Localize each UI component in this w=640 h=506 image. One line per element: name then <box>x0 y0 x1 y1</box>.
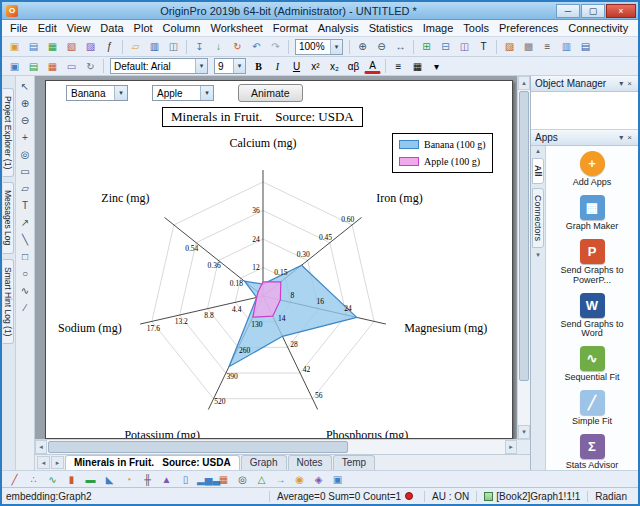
format-painter-button[interactable]: ↻ <box>82 59 99 74</box>
pointer-tool[interactable]: ↖ <box>17 78 34 94</box>
zoom-in-button[interactable]: ⊕ <box>354 39 371 54</box>
area-plot-button[interactable]: ◣ <box>101 472 118 487</box>
rectangle-tool[interactable]: □ <box>17 248 34 264</box>
add-text-button[interactable]: T <box>475 39 492 54</box>
menu-window[interactable]: Window <box>633 21 640 35</box>
open-button[interactable]: ▱ <box>127 39 144 54</box>
object-manager-toggle-button[interactable]: ▤ <box>577 39 594 54</box>
close-button[interactable]: × <box>606 4 636 18</box>
animate-button[interactable]: Animate <box>238 84 303 102</box>
print-button[interactable]: ◫ <box>165 39 182 54</box>
graph-page[interactable]: Banana ▾ Apple ▾ Animate Minerals in Fru… <box>45 80 513 439</box>
scatter-plot-button[interactable]: ∴ <box>25 472 42 487</box>
scroll-down-icon[interactable]: ▾ <box>518 425 530 439</box>
recalculate-button[interactable]: ↻ <box>229 39 246 54</box>
sidebar-tab-project-explorer-1[interactable]: Project Explorer (1) <box>3 88 14 177</box>
new-matrix-button[interactable]: ▨ <box>82 39 99 54</box>
menu-statistics[interactable]: Statistics <box>364 21 418 35</box>
font-name-select[interactable]: Default: Arial ▾ <box>110 58 208 74</box>
app-add-apps[interactable]: +Add Apps <box>546 151 638 188</box>
insert-table-button[interactable]: ▦ <box>409 59 426 74</box>
ternary-plot-button[interactable]: △ <box>253 472 270 487</box>
font-color-button[interactable]: A <box>364 59 381 74</box>
menu-view[interactable]: View <box>62 21 96 35</box>
import-excel-button[interactable]: ↓ <box>210 39 227 54</box>
font-size-select[interactable]: 9 ▾ <box>214 58 246 74</box>
menu-file[interactable]: File <box>5 21 33 35</box>
template-library-button[interactable]: ▣ <box>6 59 23 74</box>
zoom-out-tool[interactable]: ⊖ <box>17 112 34 128</box>
apps-tab-connectors[interactable]: Connectors <box>532 188 544 248</box>
doc-tab-notes[interactable]: Notes <box>288 455 332 470</box>
zoom-out-button[interactable]: ⊖ <box>373 39 390 54</box>
menu-image[interactable]: Image <box>418 21 459 35</box>
import-wizard-button[interactable]: ↧ <box>191 39 208 54</box>
vertical-scrollbar[interactable]: ▴ ▾ <box>517 76 530 439</box>
histogram-plot-button[interactable]: ▂▅▃ <box>196 472 213 487</box>
heatmap-plot-button[interactable]: ▦ <box>215 472 232 487</box>
zoom-in-tool[interactable]: ⊕ <box>17 95 34 111</box>
duplicate-window-button[interactable]: ◫ <box>456 39 473 54</box>
contour-plot-button[interactable]: ◉ <box>291 472 308 487</box>
minimize-button[interactable]: ─ <box>556 4 580 18</box>
scroll-right-icon[interactable]: ▸ <box>505 440 517 454</box>
object-manager-body[interactable] <box>531 92 638 130</box>
chevron-down-icon[interactable]: ▾ <box>617 79 625 88</box>
app-send-graphs-to-powerp[interactable]: PSend Graphs to PowerP... <box>546 239 638 286</box>
close-icon[interactable]: × <box>625 79 634 88</box>
doc-tab-minerals-in-fruit-source-usda[interactable]: Minerals in Fruit. Source: USDA <box>65 455 240 470</box>
fruit2-select[interactable]: Apple ▾ <box>152 85 214 101</box>
template-plot-button[interactable]: ▣ <box>329 472 346 487</box>
project-explorer-button[interactable]: ▥ <box>558 39 575 54</box>
app-send-graphs-to-word[interactable]: WSend Graphs to Word <box>546 293 638 340</box>
app-simple-fit[interactable]: ╱Simple Fit <box>546 390 638 427</box>
pie-chart-button[interactable]: ◔ <box>120 472 137 487</box>
new-project-button[interactable]: ▣ <box>6 39 23 54</box>
bar-plot-button[interactable]: ▬ <box>82 472 99 487</box>
column-plot-button[interactable]: ▮ <box>63 472 80 487</box>
menu-connectivity[interactable]: Connectivity <box>563 21 633 35</box>
apps-scroll-up-icon[interactable]: ▴ <box>536 146 540 156</box>
underline-button[interactable]: U <box>288 59 305 74</box>
color-palette-button[interactable]: ▨ <box>501 39 518 54</box>
line-symbol-plot-button[interactable]: ∿ <box>44 472 61 487</box>
horizontal-scrollbar[interactable]: ◂ ▸ <box>35 439 530 454</box>
vertical-scroll-thumb[interactable] <box>519 91 529 381</box>
script-window-button[interactable]: ≡ <box>539 39 556 54</box>
data-selector-tool[interactable]: ▭ <box>17 163 34 179</box>
menu-column[interactable]: Column <box>158 21 206 35</box>
circle-tool[interactable]: ○ <box>17 265 34 281</box>
tab-scroll-right-icon[interactable]: ▸ <box>51 456 64 469</box>
fruit1-select[interactable]: Banana ▾ <box>66 85 128 101</box>
new-workbook-button[interactable]: ▤ <box>25 39 42 54</box>
apps-tab-all[interactable]: All <box>532 158 544 184</box>
double-y-plot-button[interactable]: ╫ <box>139 472 156 487</box>
text-tool[interactable]: T <box>17 197 34 213</box>
vector-plot-button[interactable]: → <box>272 472 289 487</box>
zoom-select[interactable]: 100% ▾ <box>295 39 343 55</box>
scroll-left-icon[interactable]: ◂ <box>35 440 47 454</box>
screen-reader-tool[interactable]: + <box>17 129 34 145</box>
app-graph-maker[interactable]: ▦Graph Maker <box>546 195 638 232</box>
undo-button[interactable]: ↶ <box>248 39 265 54</box>
close-icon[interactable]: × <box>625 133 634 142</box>
rescale-button[interactable]: ↔ <box>392 39 409 54</box>
app-stats-advisor[interactable]: ΣStats Advisor <box>546 434 638 470</box>
maximize-button[interactable]: ▢ <box>581 4 605 18</box>
data-reader-tool[interactable]: ◎ <box>17 146 34 162</box>
save-project-button[interactable]: ▥ <box>146 39 163 54</box>
box-chart-button[interactable]: ▯ <box>177 472 194 487</box>
theme-gallery-button[interactable]: ▩ <box>520 39 537 54</box>
menu-edit[interactable]: Edit <box>33 21 62 35</box>
tab-scroll-left-icon[interactable]: ◂ <box>37 456 50 469</box>
redo-button[interactable]: ↷ <box>267 39 284 54</box>
menu-preferences[interactable]: Preferences <box>494 21 563 35</box>
doc-tab-temp[interactable]: Temp <box>333 455 375 470</box>
line-tool[interactable]: ╲ <box>17 231 34 247</box>
menu-tools[interactable]: Tools <box>458 21 494 35</box>
menu-analysis[interactable]: Analysis <box>313 21 364 35</box>
new-function-plot-button[interactable]: ƒ <box>101 39 118 54</box>
horizontal-scroll-thumb[interactable] <box>48 441 348 453</box>
italic-button[interactable]: I <box>269 59 286 74</box>
new-excel-button[interactable]: ▦ <box>44 39 61 54</box>
